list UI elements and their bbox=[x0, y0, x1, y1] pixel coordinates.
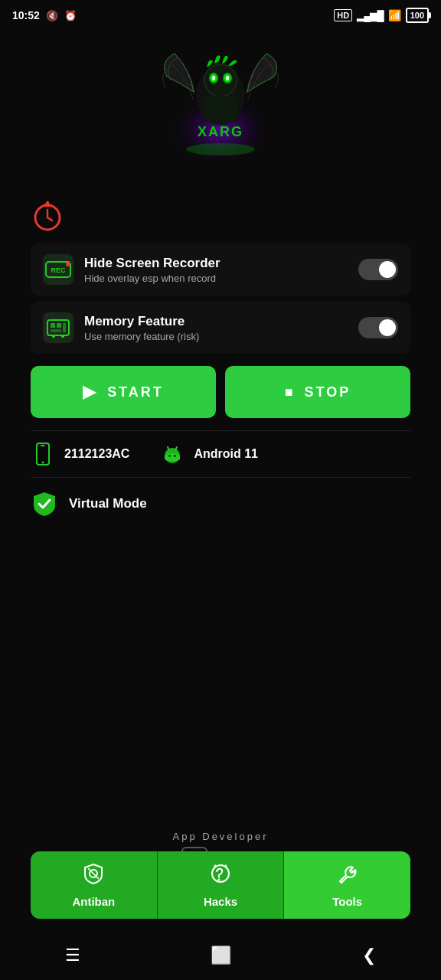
feature-subtitle: Hide overlay esp when record bbox=[84, 273, 220, 284]
logo-svg: XARG bbox=[152, 38, 289, 176]
svg-point-12 bbox=[186, 143, 255, 155]
wifi-icon: 📶 bbox=[388, 9, 401, 21]
memory-feature-title: Memory Feature bbox=[84, 314, 199, 329]
action-buttons: ▶ START ■ STOP bbox=[31, 366, 410, 418]
hd-badge: HD bbox=[334, 9, 352, 21]
main-content: REC Hide Screen Recorder Hide overlay es… bbox=[0, 191, 441, 530]
virtual-mode-section: Virtual Mode bbox=[31, 478, 410, 530]
signal-icon: ▂▄▆█ bbox=[357, 10, 383, 21]
hacks-label: Hacks bbox=[204, 895, 237, 908]
memory-icon bbox=[43, 312, 74, 343]
device-id-item: 2112123AC bbox=[31, 442, 129, 466]
antiban-icon bbox=[82, 862, 105, 890]
svg-point-18 bbox=[66, 262, 70, 266]
timer-icon bbox=[31, 199, 64, 233]
android-version-item: Android 11 bbox=[160, 442, 258, 466]
home-button[interactable]: ⬜ bbox=[195, 939, 247, 972]
alarm-icon: ⏰ bbox=[64, 10, 77, 21]
start-label: START bbox=[107, 384, 164, 400]
virtual-mode-label: Virtual Mode bbox=[69, 496, 147, 511]
svg-rect-31 bbox=[165, 455, 168, 460]
svg-rect-23 bbox=[51, 329, 61, 332]
menu-button[interactable]: ☰ bbox=[50, 939, 96, 972]
tools-icon bbox=[336, 862, 359, 890]
svg-rect-10 bbox=[204, 96, 237, 122]
svg-rect-30 bbox=[166, 453, 178, 461]
hide-screen-recorder-card: REC Hide Screen Recorder Hide overlay es… bbox=[31, 243, 410, 296]
svg-rect-21 bbox=[57, 323, 61, 328]
stop-label: STOP bbox=[305, 384, 351, 400]
time-display: 10:52 bbox=[12, 9, 40, 21]
antiban-label: Antiban bbox=[72, 895, 115, 908]
feature-left-mem: Memory Feature Use memory feature (risk) bbox=[43, 312, 199, 343]
svg-rect-32 bbox=[177, 455, 180, 460]
svg-rect-24 bbox=[52, 335, 55, 338]
phone-icon bbox=[31, 442, 55, 466]
svg-rect-15 bbox=[46, 201, 49, 204]
bottom-nav: Antiban Hacks Tools bbox=[31, 851, 410, 919]
svg-text:XARG: XARG bbox=[198, 124, 243, 139]
memory-feature-card: Memory Feature Use memory feature (risk) bbox=[31, 302, 410, 354]
memory-feature-subtitle: Use memory feature (risk) bbox=[84, 331, 199, 342]
device-id: 2112123AC bbox=[64, 447, 129, 461]
start-icon: ▶ bbox=[83, 382, 98, 402]
nav-tools[interactable]: Tools bbox=[284, 851, 410, 919]
nav-antiban[interactable]: Antiban bbox=[31, 851, 158, 919]
nav-hacks[interactable]: Hacks bbox=[158, 851, 285, 919]
start-button[interactable]: ▶ START bbox=[31, 366, 216, 418]
svg-rect-27 bbox=[41, 445, 45, 446]
tools-label: Tools bbox=[332, 895, 362, 908]
hide-recorder-toggle[interactable] bbox=[358, 259, 398, 280]
svg-point-9 bbox=[226, 76, 229, 80]
svg-rect-25 bbox=[61, 335, 64, 338]
svg-point-35 bbox=[169, 455, 171, 456]
android-version: Android 11 bbox=[194, 447, 258, 461]
svg-point-43 bbox=[218, 879, 220, 881]
status-right: HD ▂▄▆█ 📶 100 bbox=[334, 8, 429, 23]
feature-title: Hide Screen Recorder bbox=[84, 256, 220, 271]
back-button[interactable]: ❮ bbox=[347, 939, 391, 972]
svg-point-36 bbox=[175, 455, 176, 456]
app-logo: XARG bbox=[152, 38, 289, 176]
stop-icon: ■ bbox=[285, 384, 296, 400]
svg-point-8 bbox=[212, 76, 215, 80]
battery-indicator: 100 bbox=[406, 8, 429, 23]
stop-button[interactable]: ■ STOP bbox=[225, 366, 410, 418]
mute-icon: 🔇 bbox=[46, 10, 58, 21]
svg-point-28 bbox=[42, 462, 44, 464]
rec-icon: REC bbox=[43, 254, 74, 285]
status-left: 10:52 🔇 ⏰ bbox=[12, 9, 77, 21]
svg-rect-22 bbox=[63, 323, 66, 332]
timer-section bbox=[31, 191, 410, 243]
dev-label: App Developer bbox=[173, 831, 269, 842]
system-nav-bar: ☰ ⬜ ❮ bbox=[0, 931, 441, 980]
svg-rect-20 bbox=[51, 323, 55, 328]
hacks-icon bbox=[209, 862, 232, 890]
device-info: 2112123AC Android 11 bbox=[31, 430, 410, 478]
shield-check-icon bbox=[31, 490, 58, 518]
memory-feature-toggle[interactable] bbox=[358, 317, 398, 338]
feature-left: REC Hide Screen Recorder Hide overlay es… bbox=[43, 254, 220, 285]
status-bar: 10:52 🔇 ⏰ HD ▂▄▆█ 📶 100 bbox=[0, 0, 441, 31]
feature-text-mem: Memory Feature Use memory feature (risk) bbox=[84, 314, 199, 342]
logo-area: XARG bbox=[0, 31, 441, 191]
feature-text: Hide Screen Recorder Hide overlay esp wh… bbox=[84, 256, 220, 284]
svg-text:REC: REC bbox=[51, 266, 66, 274]
android-icon bbox=[160, 442, 185, 466]
